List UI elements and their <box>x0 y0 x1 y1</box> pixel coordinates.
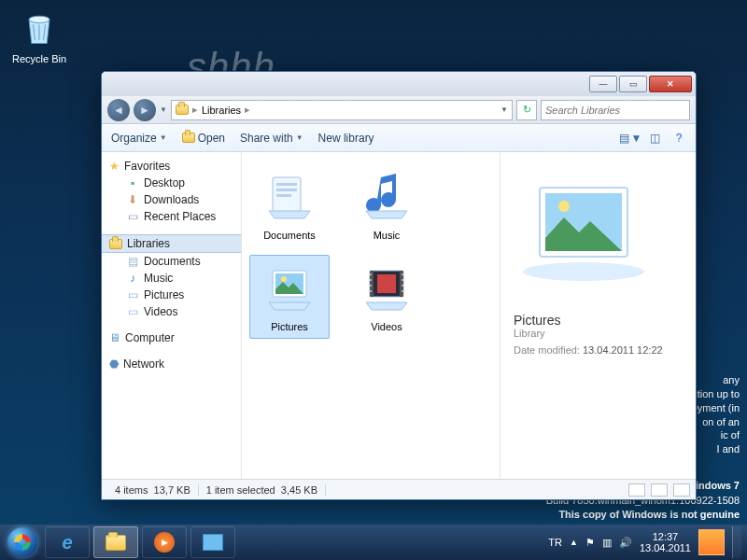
minimize-button[interactable]: — <box>589 76 617 92</box>
tray-date: 13.04.2011 <box>640 542 691 553</box>
svg-point-0 <box>29 16 49 22</box>
view-options-button[interactable]: ▤▼ <box>623 131 638 146</box>
svg-rect-4 <box>276 194 291 197</box>
downloads-icon: ⬇ <box>126 193 139 206</box>
app-icon <box>203 534 223 551</box>
nav-item-videos[interactable]: ▭Videos <box>102 303 241 320</box>
history-dropdown[interactable]: ▼ <box>160 105 167 114</box>
item-label: Music <box>349 230 424 241</box>
breadcrumb-libraries[interactable]: Libraries <box>202 105 241 116</box>
nav-favorites-header[interactable]: ★Favorites <box>102 158 241 175</box>
action-center-icon[interactable]: ⚑ <box>585 537 595 549</box>
back-button[interactable]: ◄ <box>107 99 130 121</box>
maximize-button[interactable]: ▭ <box>619 76 647 92</box>
start-button[interactable] <box>4 525 41 559</box>
taskbar-ie[interactable]: e <box>45 526 90 558</box>
preview-subtitle: Library <box>514 328 683 339</box>
preview-title: Pictures <box>514 313 683 328</box>
library-item-documents[interactable]: Documents <box>249 163 330 247</box>
nav-label: Recent Places <box>144 210 216 223</box>
address-dropdown[interactable]: ▼ <box>500 105 508 114</box>
share-menu[interactable]: Share with▼ <box>240 132 303 145</box>
view-list-button[interactable] <box>651 483 668 497</box>
new-library-button[interactable]: New library <box>318 132 374 145</box>
chevron-down-icon: ▼ <box>296 133 303 142</box>
folder-icon <box>106 535 126 551</box>
view-details-button[interactable] <box>628 483 645 497</box>
organize-menu[interactable]: Organize▼ <box>111 132 167 145</box>
nav-toolbar: ◄ ► ▼ ▸ Libraries ▸ ▼ ↻ <box>102 96 696 124</box>
nav-libraries-label: Libraries <box>127 237 170 250</box>
svg-point-14 <box>370 290 372 292</box>
item-label: Videos <box>349 321 424 332</box>
nav-item-music[interactable]: ♪Music <box>102 270 241 287</box>
desktop-icon-recycle-bin[interactable]: Recycle Bin <box>11 7 67 64</box>
titlebar[interactable]: — ▭ ✕ <box>102 72 696 96</box>
recycle-bin-icon <box>19 7 60 49</box>
library-item-music[interactable]: Music <box>346 163 427 247</box>
svg-point-17 <box>402 285 403 287</box>
svg-rect-2 <box>276 183 297 186</box>
nav-label: Videos <box>144 305 177 318</box>
svg-point-11 <box>370 273 372 275</box>
taskbar-media-player[interactable]: ▶ <box>142 526 187 558</box>
command-bar: Organize▼ Open Share with▼ New library ▤… <box>102 124 696 152</box>
nav-libraries-header[interactable]: Libraries <box>102 234 241 253</box>
recent-icon: ▭ <box>126 210 139 223</box>
computer-icon: 🖥 <box>109 331 120 344</box>
network-icon: ⬣ <box>109 357 119 371</box>
address-bar[interactable]: ▸ Libraries ▸ ▼ <box>171 100 513 120</box>
taskbar-explorer[interactable] <box>93 526 138 558</box>
chevron-right-icon[interactable]: ▸ <box>245 104 250 116</box>
status-selected-size: 3,45 KB <box>281 484 317 496</box>
star-icon: ★ <box>109 160 120 173</box>
preview-date-key: Date modified: <box>514 344 580 356</box>
taskbar-app[interactable] <box>190 526 235 558</box>
preview-pane-button[interactable]: ◫ <box>647 131 662 146</box>
svg-point-13 <box>370 285 372 287</box>
ie-icon: e <box>62 532 72 553</box>
view-icons-button[interactable] <box>673 483 690 497</box>
nav-label: Downloads <box>144 193 199 206</box>
svg-point-23 <box>558 201 570 212</box>
wmp-icon: ▶ <box>154 532 175 553</box>
music-icon: ♪ <box>126 272 139 285</box>
language-indicator[interactable]: TR <box>548 537 562 548</box>
tray-clock[interactable]: 12:37 13.04.2011 <box>640 531 691 553</box>
desktop-icon: ▪ <box>126 176 139 189</box>
system-tray: TR ▲ ⚑ ▥ 🔊 12:37 13.04.2011 <box>548 526 743 558</box>
search-input[interactable] <box>541 100 690 120</box>
preview-pane: Pictures Library Date modified: 13.04.20… <box>500 152 696 479</box>
status-total-size: 13,7 KB <box>154 484 190 496</box>
open-label: Open <box>198 132 225 145</box>
svg-rect-19 <box>377 274 396 293</box>
taskbar: e ▶ TR ▲ ⚑ ▥ 🔊 12:37 13.04.2011 <box>0 525 747 560</box>
nav-item-documents[interactable]: ▤Documents <box>102 253 241 270</box>
nav-favorites-label: Favorites <box>124 160 170 173</box>
folder-open-icon <box>182 132 195 145</box>
items-view[interactable]: Documents Music Pictures Videos <box>242 152 500 479</box>
help-button[interactable]: ? <box>671 131 686 146</box>
document-icon: ▤ <box>126 255 139 268</box>
nav-item-pictures[interactable]: ▭Pictures <box>102 287 241 303</box>
open-button[interactable]: Open <box>182 132 225 145</box>
forward-button[interactable]: ► <box>134 99 156 121</box>
nav-item-desktop[interactable]: ▪Desktop <box>102 175 241 191</box>
library-item-pictures[interactable]: Pictures <box>249 255 330 339</box>
close-button[interactable]: ✕ <box>649 76 692 92</box>
tray-chevron-icon[interactable]: ▲ <box>570 538 578 547</box>
documents-library-icon <box>263 170 316 222</box>
pictures-library-icon <box>263 261 316 314</box>
svg-rect-3 <box>276 189 297 191</box>
item-label: Documents <box>252 230 327 241</box>
show-desktop-button[interactable] <box>732 526 741 558</box>
refresh-button[interactable]: ↻ <box>516 100 537 120</box>
library-item-videos[interactable]: Videos <box>346 255 427 339</box>
nav-item-downloads[interactable]: ⬇Downloads <box>102 191 241 208</box>
nav-computer[interactable]: 🖥Computer <box>102 329 241 346</box>
nav-network[interactable]: ⬣Network <box>102 356 241 372</box>
volume-icon[interactable]: 🔊 <box>619 537 632 549</box>
network-tray-icon[interactable]: ▥ <box>602 537 612 549</box>
user-tile[interactable] <box>698 529 725 555</box>
nav-item-recent[interactable]: ▭Recent Places <box>102 208 241 225</box>
